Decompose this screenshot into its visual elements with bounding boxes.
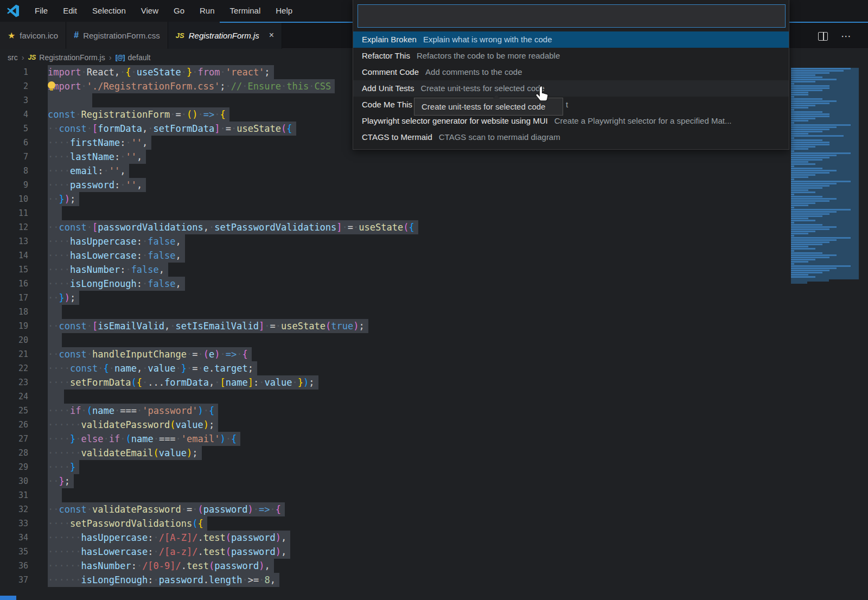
code-line: 26······validatePassword(value); <box>0 418 868 432</box>
minimap[interactable] <box>791 68 859 286</box>
selection-stub <box>48 206 62 220</box>
menu-run[interactable]: Run <box>192 0 222 22</box>
line-number: 2 <box>0 79 28 93</box>
selection-stub <box>48 488 62 502</box>
minimap-line <box>791 276 815 278</box>
item-description: Refactors the code to be more readable <box>417 51 560 60</box>
minimap-line <box>791 228 829 230</box>
minimap-line <box>791 265 851 267</box>
code-line: 10··}); <box>0 192 868 206</box>
menu-help[interactable]: Help <box>268 0 300 22</box>
minimap-line <box>791 79 837 80</box>
minimap-line <box>791 111 822 113</box>
close-icon[interactable]: × <box>269 30 274 40</box>
quick-pick-item-comment-code[interactable]: Comment CodeAdd comments to the code <box>353 64 789 80</box>
js-icon: JS <box>28 54 36 61</box>
breadcrumb-item-registrationform-js[interactable]: JSRegistrationForm.js <box>28 53 105 62</box>
minimap-line <box>791 207 794 208</box>
line-number: 3 <box>0 93 28 107</box>
split-editor-icon[interactable] <box>818 32 828 41</box>
breadcrumb-item-src[interactable]: src <box>8 53 18 62</box>
quick-pick-list: Explain BrokenExplain what is wrong with… <box>353 31 789 145</box>
minimap-line <box>791 202 815 204</box>
minimap-line <box>791 187 822 189</box>
minimap-line <box>791 124 851 126</box>
minimap-line <box>791 98 822 100</box>
quick-pick-item-ctags-to-mermaid[interactable]: CTAGS to MermaidCTAGS scan to mermaid di… <box>353 129 789 145</box>
code-line: 31 <box>0 488 868 502</box>
code-line: 21··const·handleInputChange·=·(e)·=>·{ <box>0 347 868 361</box>
minimap-line <box>791 261 808 263</box>
minimap-line <box>791 194 794 195</box>
code-line: 27····}·else·if·(name·===·'email')·{ <box>0 432 868 446</box>
menu-file[interactable]: File <box>27 0 55 22</box>
minimap-line <box>791 267 837 269</box>
menu-terminal[interactable]: Terminal <box>222 0 269 22</box>
line-number: 9 <box>0 178 28 192</box>
minimap-line <box>791 176 808 178</box>
line-number: 11 <box>0 206 28 220</box>
minimap-line <box>791 237 851 239</box>
minimap-taper <box>791 282 807 284</box>
quick-pick-item-add-unit-tests[interactable]: Add Unit TestsCreate unit-tests for sele… <box>353 80 789 97</box>
minimap-line <box>791 157 829 158</box>
menu-view[interactable]: View <box>133 0 166 22</box>
item-label: Refactor This <box>362 51 410 60</box>
chevron-right-icon: › <box>22 53 24 62</box>
code-line: 17··}); <box>0 291 868 305</box>
breadcrumb-label: src <box>8 53 18 62</box>
menu-selection[interactable]: Selection <box>85 0 133 22</box>
tab-favicon-ico[interactable]: ★favicon.ico <box>0 22 66 49</box>
line-number: 36 <box>0 559 28 573</box>
line-number: 37 <box>0 573 28 587</box>
menu-go[interactable]: Go <box>166 0 192 22</box>
minimap-line <box>791 178 794 180</box>
code-line: 8····email:·'', <box>0 164 868 178</box>
quick-pick-item-explain-broken[interactable]: Explain BrokenExplain what is wrong with… <box>353 31 789 48</box>
more-actions-icon[interactable]: ⋯ <box>841 30 852 42</box>
line-number: 26 <box>0 418 28 432</box>
breadcrumb-item-default[interactable]: [@]default <box>116 53 151 62</box>
minimap-line <box>791 183 837 184</box>
chevron-right-icon: › <box>109 53 112 62</box>
minimap-line <box>791 246 808 247</box>
minimap-line <box>791 250 794 252</box>
line-number: 24 <box>0 390 28 404</box>
item-label: CTAGS to Mermaid <box>362 132 432 142</box>
lightbulb-icon[interactable] <box>47 81 56 92</box>
minimap-line <box>791 87 829 89</box>
minimap-line <box>791 248 815 250</box>
minimap-line <box>791 103 829 104</box>
code-line: 33····setPasswordValidations({ <box>0 516 868 531</box>
minimap-line <box>791 274 808 276</box>
quick-pick-item-refactor-this[interactable]: Refactor ThisRefactors the code to be mo… <box>353 48 789 64</box>
line-number: 6 <box>0 136 28 150</box>
line-number: 13 <box>0 234 28 248</box>
minimap-line <box>791 233 808 234</box>
line-number: 33 <box>0 516 28 531</box>
minimap-line <box>791 135 844 137</box>
minimap-line <box>791 205 808 206</box>
tab-registrationform-css[interactable]: #RegistrationForm.css <box>66 22 168 49</box>
minimap-line <box>791 129 829 130</box>
quick-pick-input[interactable] <box>358 4 786 28</box>
minimap-line <box>791 85 829 87</box>
minimap-line <box>791 76 822 78</box>
minimap-line <box>791 224 822 226</box>
line-number: 19 <box>0 319 28 333</box>
line-number: 27 <box>0 432 28 446</box>
tab-registrationform-js[interactable]: JSRegistrationForm.js× <box>168 22 282 49</box>
editor-actions: ⋯ <box>818 30 852 42</box>
css-hash-icon: # <box>74 30 79 40</box>
code-line: 12··const·[passwordValidations,·setPassw… <box>0 220 868 234</box>
minimap-line <box>791 118 815 119</box>
tab-label: RegistrationForm.js <box>189 31 259 40</box>
item-label: Explain Broken <box>362 35 417 44</box>
minimap-line <box>791 155 837 156</box>
minimap-line <box>791 122 794 124</box>
minimap-line <box>791 150 794 152</box>
code-line: 14····hasLowercase:·false, <box>0 248 868 263</box>
minimap-line <box>791 174 815 176</box>
menu-edit[interactable]: Edit <box>55 0 85 22</box>
menu-items: FileEditSelectionViewGoRunTerminalHelp <box>27 0 300 22</box>
